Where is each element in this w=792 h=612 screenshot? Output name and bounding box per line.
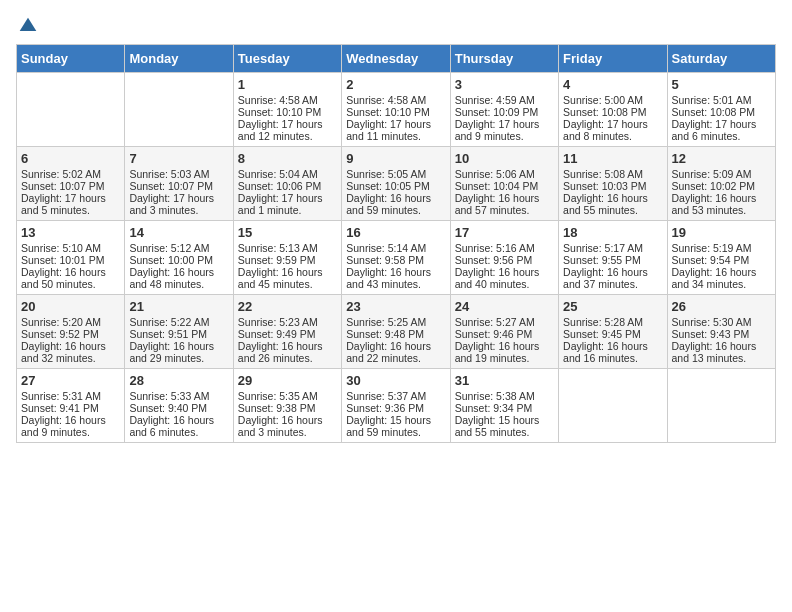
day-number: 4 bbox=[563, 77, 662, 92]
sunrise-text: Sunrise: 5:06 AM bbox=[455, 168, 554, 180]
sunset-text: Sunset: 9:48 PM bbox=[346, 328, 445, 340]
sunset-text: Sunset: 9:49 PM bbox=[238, 328, 337, 340]
day-number: 13 bbox=[21, 225, 120, 240]
sunset-text: Sunset: 9:36 PM bbox=[346, 402, 445, 414]
sunset-text: Sunset: 9:54 PM bbox=[672, 254, 771, 266]
calendar-cell: 16Sunrise: 5:14 AMSunset: 9:58 PMDayligh… bbox=[342, 221, 450, 295]
sunset-text: Sunset: 10:10 PM bbox=[238, 106, 337, 118]
calendar-cell: 24Sunrise: 5:27 AMSunset: 9:46 PMDayligh… bbox=[450, 295, 558, 369]
sunrise-text: Sunrise: 5:05 AM bbox=[346, 168, 445, 180]
calendar-cell: 21Sunrise: 5:22 AMSunset: 9:51 PMDayligh… bbox=[125, 295, 233, 369]
day-number: 17 bbox=[455, 225, 554, 240]
sunrise-text: Sunrise: 5:28 AM bbox=[563, 316, 662, 328]
day-number: 15 bbox=[238, 225, 337, 240]
daylight-text: Daylight: 16 hours and 34 minutes. bbox=[672, 266, 771, 290]
daylight-text: Daylight: 16 hours and 55 minutes. bbox=[563, 192, 662, 216]
sunrise-text: Sunrise: 5:09 AM bbox=[672, 168, 771, 180]
sunrise-text: Sunrise: 5:37 AM bbox=[346, 390, 445, 402]
sunset-text: Sunset: 10:06 PM bbox=[238, 180, 337, 192]
day-number: 5 bbox=[672, 77, 771, 92]
sunset-text: Sunset: 9:34 PM bbox=[455, 402, 554, 414]
calendar-cell: 22Sunrise: 5:23 AMSunset: 9:49 PMDayligh… bbox=[233, 295, 341, 369]
sunset-text: Sunset: 9:46 PM bbox=[455, 328, 554, 340]
calendar-cell: 17Sunrise: 5:16 AMSunset: 9:56 PMDayligh… bbox=[450, 221, 558, 295]
calendar-header-wednesday: Wednesday bbox=[342, 45, 450, 73]
daylight-text: Daylight: 16 hours and 22 minutes. bbox=[346, 340, 445, 364]
sunset-text: Sunset: 9:55 PM bbox=[563, 254, 662, 266]
calendar-cell bbox=[667, 369, 775, 443]
calendar-week-3: 13Sunrise: 5:10 AMSunset: 10:01 PMDaylig… bbox=[17, 221, 776, 295]
calendar-header-row: SundayMondayTuesdayWednesdayThursdayFrid… bbox=[17, 45, 776, 73]
daylight-text: Daylight: 16 hours and 9 minutes. bbox=[21, 414, 120, 438]
sunrise-text: Sunrise: 4:58 AM bbox=[346, 94, 445, 106]
daylight-text: Daylight: 16 hours and 37 minutes. bbox=[563, 266, 662, 290]
sunrise-text: Sunrise: 4:58 AM bbox=[238, 94, 337, 106]
calendar-cell: 27Sunrise: 5:31 AMSunset: 9:41 PMDayligh… bbox=[17, 369, 125, 443]
calendar-header-monday: Monday bbox=[125, 45, 233, 73]
day-number: 24 bbox=[455, 299, 554, 314]
svg-marker-0 bbox=[20, 18, 37, 31]
sunrise-text: Sunrise: 5:12 AM bbox=[129, 242, 228, 254]
day-number: 3 bbox=[455, 77, 554, 92]
calendar-week-2: 6Sunrise: 5:02 AMSunset: 10:07 PMDayligh… bbox=[17, 147, 776, 221]
day-number: 18 bbox=[563, 225, 662, 240]
sunrise-text: Sunrise: 5:02 AM bbox=[21, 168, 120, 180]
logo-icon bbox=[18, 16, 38, 36]
calendar-cell: 6Sunrise: 5:02 AMSunset: 10:07 PMDayligh… bbox=[17, 147, 125, 221]
daylight-text: Daylight: 16 hours and 57 minutes. bbox=[455, 192, 554, 216]
calendar-cell: 20Sunrise: 5:20 AMSunset: 9:52 PMDayligh… bbox=[17, 295, 125, 369]
sunset-text: Sunset: 10:05 PM bbox=[346, 180, 445, 192]
calendar-cell: 13Sunrise: 5:10 AMSunset: 10:01 PMDaylig… bbox=[17, 221, 125, 295]
sunrise-text: Sunrise: 5:19 AM bbox=[672, 242, 771, 254]
calendar-cell: 30Sunrise: 5:37 AMSunset: 9:36 PMDayligh… bbox=[342, 369, 450, 443]
calendar-header-saturday: Saturday bbox=[667, 45, 775, 73]
calendar-cell: 29Sunrise: 5:35 AMSunset: 9:38 PMDayligh… bbox=[233, 369, 341, 443]
daylight-text: Daylight: 16 hours and 45 minutes. bbox=[238, 266, 337, 290]
sunset-text: Sunset: 9:59 PM bbox=[238, 254, 337, 266]
calendar-week-5: 27Sunrise: 5:31 AMSunset: 9:41 PMDayligh… bbox=[17, 369, 776, 443]
sunset-text: Sunset: 9:51 PM bbox=[129, 328, 228, 340]
daylight-text: Daylight: 16 hours and 43 minutes. bbox=[346, 266, 445, 290]
day-number: 9 bbox=[346, 151, 445, 166]
sunset-text: Sunset: 9:56 PM bbox=[455, 254, 554, 266]
calendar-cell: 9Sunrise: 5:05 AMSunset: 10:05 PMDayligh… bbox=[342, 147, 450, 221]
daylight-text: Daylight: 16 hours and 3 minutes. bbox=[238, 414, 337, 438]
daylight-text: Daylight: 16 hours and 48 minutes. bbox=[129, 266, 228, 290]
day-number: 10 bbox=[455, 151, 554, 166]
sunrise-text: Sunrise: 5:20 AM bbox=[21, 316, 120, 328]
day-number: 16 bbox=[346, 225, 445, 240]
sunset-text: Sunset: 10:04 PM bbox=[455, 180, 554, 192]
sunrise-text: Sunrise: 5:14 AM bbox=[346, 242, 445, 254]
sunset-text: Sunset: 9:58 PM bbox=[346, 254, 445, 266]
daylight-text: Daylight: 17 hours and 1 minute. bbox=[238, 192, 337, 216]
daylight-text: Daylight: 17 hours and 8 minutes. bbox=[563, 118, 662, 142]
day-number: 27 bbox=[21, 373, 120, 388]
calendar-cell: 8Sunrise: 5:04 AMSunset: 10:06 PMDayligh… bbox=[233, 147, 341, 221]
calendar: SundayMondayTuesdayWednesdayThursdayFrid… bbox=[16, 44, 776, 443]
calendar-cell bbox=[17, 73, 125, 147]
sunrise-text: Sunrise: 5:27 AM bbox=[455, 316, 554, 328]
sunrise-text: Sunrise: 4:59 AM bbox=[455, 94, 554, 106]
calendar-cell: 15Sunrise: 5:13 AMSunset: 9:59 PMDayligh… bbox=[233, 221, 341, 295]
day-number: 20 bbox=[21, 299, 120, 314]
sunrise-text: Sunrise: 5:17 AM bbox=[563, 242, 662, 254]
sunset-text: Sunset: 10:01 PM bbox=[21, 254, 120, 266]
day-number: 30 bbox=[346, 373, 445, 388]
calendar-header-thursday: Thursday bbox=[450, 45, 558, 73]
calendar-header-friday: Friday bbox=[559, 45, 667, 73]
calendar-cell: 11Sunrise: 5:08 AMSunset: 10:03 PMDaylig… bbox=[559, 147, 667, 221]
sunset-text: Sunset: 10:03 PM bbox=[563, 180, 662, 192]
calendar-cell bbox=[559, 369, 667, 443]
calendar-cell: 18Sunrise: 5:17 AMSunset: 9:55 PMDayligh… bbox=[559, 221, 667, 295]
sunset-text: Sunset: 9:52 PM bbox=[21, 328, 120, 340]
day-number: 7 bbox=[129, 151, 228, 166]
day-number: 21 bbox=[129, 299, 228, 314]
calendar-cell: 26Sunrise: 5:30 AMSunset: 9:43 PMDayligh… bbox=[667, 295, 775, 369]
calendar-header-sunday: Sunday bbox=[17, 45, 125, 73]
day-number: 2 bbox=[346, 77, 445, 92]
daylight-text: Daylight: 16 hours and 59 minutes. bbox=[346, 192, 445, 216]
sunset-text: Sunset: 10:08 PM bbox=[672, 106, 771, 118]
sunrise-text: Sunrise: 5:33 AM bbox=[129, 390, 228, 402]
daylight-text: Daylight: 16 hours and 50 minutes. bbox=[21, 266, 120, 290]
sunset-text: Sunset: 10:08 PM bbox=[563, 106, 662, 118]
